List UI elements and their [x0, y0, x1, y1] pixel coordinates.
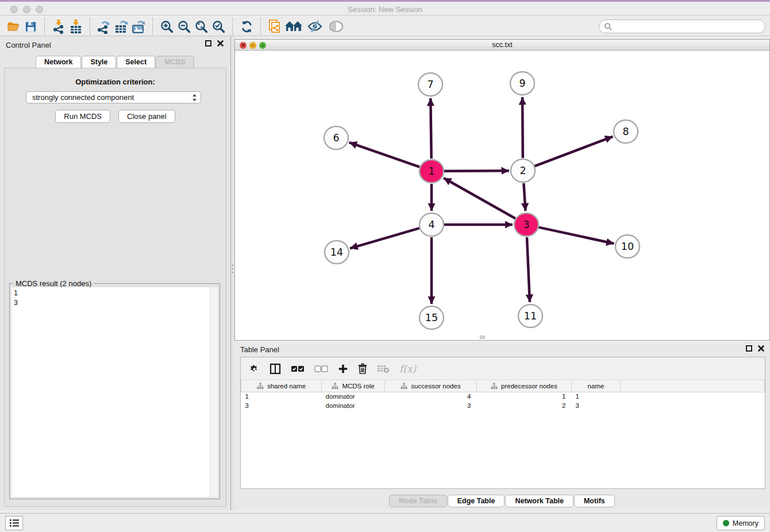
delete-column-icon[interactable] — [358, 363, 367, 374]
edge-2-8[interactable] — [535, 137, 613, 167]
app-title: Session: New Session — [0, 5, 770, 14]
graph-node-9[interactable]: 9 — [510, 72, 534, 95]
edge-1-2[interactable] — [444, 171, 509, 171]
zoom-in-icon[interactable] — [158, 18, 175, 34]
edge-1-7[interactable] — [430, 98, 431, 159]
cell-mcds-role[interactable]: dominator — [322, 392, 385, 401]
cell-predecessor-nodes[interactable]: 2 — [477, 401, 572, 410]
tab-network-table[interactable]: Network Table — [505, 495, 573, 507]
mcds-result-scrollbar[interactable] — [210, 287, 218, 497]
search-icon — [604, 22, 613, 31]
edge-3-10[interactable] — [539, 228, 614, 244]
create-column-icon[interactable] — [338, 364, 348, 374]
export-table-icon[interactable] — [113, 18, 130, 34]
tab-select[interactable]: Select — [117, 56, 155, 68]
status-bar: Memory — [0, 513, 770, 532]
graph-node-10[interactable]: 10 — [615, 235, 640, 258]
run-mcds-button[interactable]: Run MCDS — [55, 110, 110, 123]
search-box[interactable] — [599, 20, 765, 33]
float-panel-icon[interactable] — [205, 40, 211, 47]
zoom-out-icon[interactable] — [175, 18, 192, 34]
search-input[interactable] — [613, 22, 760, 30]
table-settings-icon[interactable] — [249, 363, 260, 374]
graph-node-15[interactable]: 15 — [419, 306, 444, 329]
show-graphics-details-icon[interactable] — [305, 18, 326, 34]
network-window-titlebar[interactable]: ✕ − ＋ scc.txt — [235, 40, 769, 51]
tab-edge-table[interactable]: Edge Table — [448, 495, 505, 507]
new-network-from-selection-icon[interactable] — [266, 18, 283, 34]
show-hide-preview-icon[interactable] — [326, 18, 346, 34]
svg-text:9: 9 — [519, 78, 525, 89]
table-panel-tabs: Node TableEdge TableNetwork TableMotifs — [234, 495, 770, 507]
import-network-icon[interactable] — [50, 18, 67, 34]
cell-shared-name[interactable]: 1 — [241, 392, 322, 401]
canvas-scroll-thumb[interactable] — [480, 336, 485, 339]
list-icon — [9, 519, 20, 527]
control-panel-title: Control Panel — [6, 41, 51, 49]
tab-node-table[interactable]: Node Table — [389, 495, 446, 507]
app-titlebar: Session: New Session — [0, 0, 770, 16]
tab-mcds[interactable]: MCDS — [156, 56, 194, 68]
table-row[interactable]: 1dominator411 — [241, 392, 765, 401]
cell-shared-name[interactable]: 3 — [241, 401, 322, 410]
memory-status-icon — [723, 520, 729, 526]
network-graph[interactable]: 1234678910111415 — [235, 51, 769, 341]
edge-3-1[interactable] — [444, 178, 515, 218]
task-history-button[interactable] — [5, 516, 23, 530]
save-session-icon[interactable] — [22, 18, 39, 34]
edge-4-14[interactable] — [350, 228, 419, 248]
cell-predecessor-nodes[interactable]: 1 — [477, 392, 572, 401]
home-icon[interactable] — [283, 18, 305, 34]
toolbar-separator — [44, 18, 45, 35]
cell-successor-nodes[interactable]: 4 — [385, 392, 477, 401]
open-session-icon[interactable] — [5, 18, 22, 34]
graph-node-7[interactable]: 7 — [418, 73, 442, 96]
memory-button[interactable]: Memory — [717, 516, 765, 530]
column-header-predecessor-nodes[interactable]: predecessor nodes — [477, 381, 572, 392]
table-toolbar: f(x) — [241, 357, 765, 380]
zoom-selected-icon[interactable] — [210, 18, 227, 34]
float-table-panel-icon[interactable] — [746, 345, 752, 352]
edge-2-3[interactable] — [523, 183, 525, 211]
graph-node-4[interactable]: 4 — [419, 213, 444, 236]
graph-node-11[interactable]: 11 — [518, 304, 542, 327]
optimization-criterion-select[interactable]: strongly connected component — [26, 91, 201, 103]
table-row[interactable]: 3dominator323 — [241, 401, 765, 410]
graph-node-3[interactable]: 3 — [514, 213, 538, 236]
edge-1-6[interactable] — [349, 142, 420, 167]
cell-successor-nodes[interactable]: 3 — [385, 401, 477, 410]
memory-button-label: Memory — [733, 519, 759, 527]
graph-node-8[interactable]: 8 — [614, 120, 638, 143]
edge-2-9[interactable] — [522, 97, 523, 158]
select-all-columns-icon[interactable] — [291, 365, 305, 372]
graph-node-6[interactable]: 6 — [324, 126, 348, 149]
close-table-panel-icon[interactable] — [758, 345, 764, 352]
export-image-icon[interactable] — [130, 18, 147, 34]
network-canvas[interactable]: 1234678910111415 — [235, 51, 769, 340]
close-panel-button[interactable]: Close panel — [118, 110, 175, 123]
zoom-fit-icon[interactable] — [192, 18, 210, 34]
graph-node-2[interactable]: 2 — [511, 159, 535, 182]
toolbar-separator — [232, 18, 233, 35]
refresh-icon[interactable] — [238, 18, 255, 34]
column-header-mcds-role[interactable]: MCDS role — [322, 381, 385, 392]
edge-3-11[interactable] — [527, 237, 530, 302]
toolbar-separator — [152, 18, 153, 35]
column-header-name[interactable]: name — [572, 381, 621, 392]
mcds-result-text[interactable]: 1 3 — [11, 287, 210, 497]
import-table-icon[interactable] — [67, 18, 84, 34]
tab-style[interactable]: Style — [82, 56, 116, 68]
graph-node-14[interactable]: 14 — [325, 241, 349, 264]
cell-mcds-role[interactable]: dominator — [322, 401, 385, 410]
deselect-all-columns-icon[interactable] — [314, 365, 328, 372]
export-network-icon[interactable] — [95, 18, 113, 34]
close-panel-icon[interactable] — [217, 40, 224, 47]
column-panel-icon[interactable] — [270, 363, 281, 375]
column-header-shared-name[interactable]: shared name — [241, 381, 322, 392]
column-header-successor-nodes[interactable]: successor nodes — [385, 381, 477, 392]
tab-motifs[interactable]: Motifs — [574, 495, 615, 507]
cell-name[interactable]: 1 — [572, 392, 621, 401]
cell-name[interactable]: 3 — [572, 401, 621, 410]
graph-node-1[interactable]: 1 — [419, 160, 444, 183]
tab-network[interactable]: Network — [36, 56, 81, 68]
